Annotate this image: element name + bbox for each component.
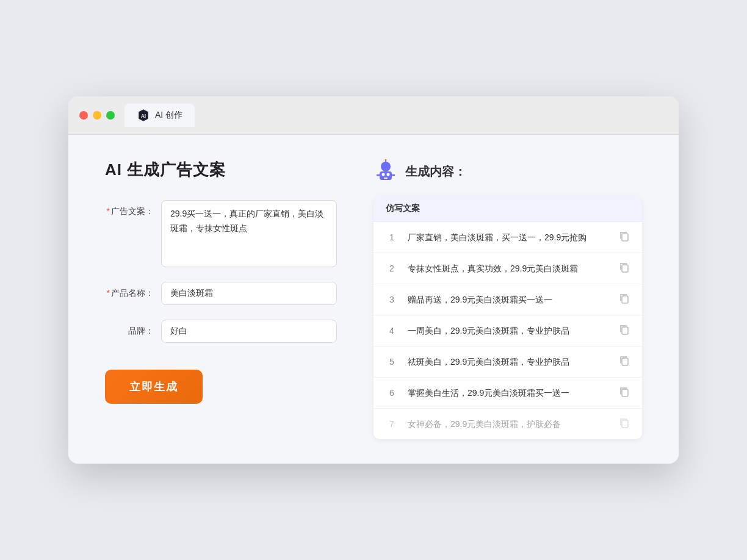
- copy-icon[interactable]: [619, 324, 630, 337]
- svg-rect-17: [622, 420, 628, 428]
- copy-icon[interactable]: [619, 231, 630, 244]
- row-text: 专抹女性斑点，真实功效，29.9元美白淡斑霜: [408, 262, 609, 275]
- browser-window: AI AI 创作 AI 生成广告文案 *广告文案： *产品: [68, 96, 679, 464]
- maximize-button[interactable]: [106, 111, 115, 120]
- row-text: 祛斑美白，29.9元美白淡斑霜，专业护肤品: [408, 356, 609, 368]
- svg-point-8: [385, 159, 387, 161]
- generate-button[interactable]: 立即生成: [105, 370, 203, 404]
- result-row: 5祛斑美白，29.9元美白淡斑霜，专业护肤品: [374, 346, 642, 378]
- svg-text:AI: AI: [141, 113, 146, 119]
- copy-icon[interactable]: [619, 262, 630, 275]
- browser-content: AI 生成广告文案 *广告文案： *产品名称： 品: [68, 135, 679, 464]
- row-number: 4: [386, 326, 398, 336]
- row-text: 厂家直销，美白淡斑霜，买一送一，29.9元抢购: [408, 231, 609, 244]
- row-text: 女神必备，29.9元美白淡斑霜，护肤必备: [408, 418, 609, 431]
- results-container: 1厂家直销，美白淡斑霜，买一送一，29.9元抢购 2专抹女性斑点，真实功效，29…: [374, 222, 642, 439]
- row-number: 1: [386, 232, 398, 242]
- svg-rect-16: [622, 389, 628, 397]
- copy-icon[interactable]: [619, 293, 630, 306]
- result-table: 仿写文案 1厂家直销，美白淡斑霜，买一送一，29.9元抢购 2专抹女性斑点，真实…: [374, 196, 642, 439]
- result-row: 7女神必备，29.9元美白淡斑霜，护肤必备: [374, 409, 642, 439]
- svg-rect-15: [622, 358, 628, 365]
- result-title: 生成内容：: [405, 163, 466, 180]
- result-row: 3赠品再送，29.9元美白淡斑霜买一送一: [374, 284, 642, 315]
- right-panel: 生成内容： 仿写文案 1厂家直销，美白淡斑霜，买一送一，29.9元抢购 2专抹女…: [374, 159, 642, 439]
- row-number: 7: [386, 419, 398, 429]
- ad-copy-group: *广告文案：: [105, 200, 337, 267]
- brand-group: 品牌：: [105, 320, 337, 343]
- minimize-button[interactable]: [93, 111, 101, 120]
- robot-icon: [374, 159, 398, 184]
- result-row: 1厂家直销，美白淡斑霜，买一送一，29.9元抢购: [374, 222, 642, 253]
- row-text: 赠品再送，29.9元美白淡斑霜买一送一: [408, 293, 609, 306]
- copy-icon[interactable]: [619, 386, 630, 400]
- result-header: 生成内容：: [374, 159, 642, 184]
- page-title: AI 生成广告文案: [105, 159, 337, 181]
- product-name-label: *产品名称：: [105, 282, 154, 299]
- result-row: 6掌握美白生活，29.9元美白淡斑霜买一送一: [374, 378, 642, 409]
- ad-copy-label: *广告文案：: [105, 200, 154, 217]
- ad-copy-input[interactable]: [161, 200, 337, 267]
- svg-rect-6: [384, 178, 388, 179]
- brand-label: 品牌：: [105, 320, 154, 337]
- svg-rect-14: [622, 327, 628, 334]
- brand-input[interactable]: [161, 320, 337, 343]
- left-panel: AI 生成广告文案 *广告文案： *产品名称： 品: [105, 159, 337, 439]
- row-text: 掌握美白生活，29.9元美白淡斑霜买一送一: [408, 387, 609, 400]
- row-number: 3: [386, 295, 398, 304]
- row-text: 一周美白，29.9元美白淡斑霜，专业护肤品: [408, 325, 609, 337]
- row-number: 5: [386, 357, 398, 367]
- ai-tab-icon: AI: [137, 109, 150, 122]
- product-name-group: *产品名称：: [105, 282, 337, 305]
- table-header: 仿写文案: [374, 196, 642, 222]
- row-number: 2: [386, 264, 398, 273]
- svg-point-5: [387, 173, 390, 176]
- svg-rect-11: [622, 234, 628, 241]
- svg-point-2: [381, 162, 391, 171]
- copy-icon[interactable]: [619, 417, 630, 431]
- result-row: 2专抹女性斑点，真实功效，29.9元美白淡斑霜: [374, 253, 642, 284]
- svg-point-4: [382, 173, 385, 176]
- copy-icon[interactable]: [619, 355, 630, 368]
- main-layout: AI 生成广告文案 *广告文案： *产品名称： 品: [105, 159, 642, 439]
- traffic-lights: [79, 111, 115, 120]
- svg-rect-12: [622, 265, 628, 272]
- browser-titlebar: AI AI 创作: [68, 96, 679, 135]
- row-number: 6: [386, 388, 398, 398]
- ai-tab[interactable]: AI AI 创作: [125, 104, 195, 127]
- product-name-input[interactable]: [161, 282, 337, 305]
- svg-rect-13: [622, 296, 628, 303]
- required-star-ad: *: [107, 206, 110, 216]
- result-row: 4一周美白，29.9元美白淡斑霜，专业护肤品: [374, 315, 642, 346]
- close-button[interactable]: [79, 111, 88, 120]
- required-star-product: *: [107, 288, 110, 298]
- tab-label: AI 创作: [155, 110, 182, 121]
